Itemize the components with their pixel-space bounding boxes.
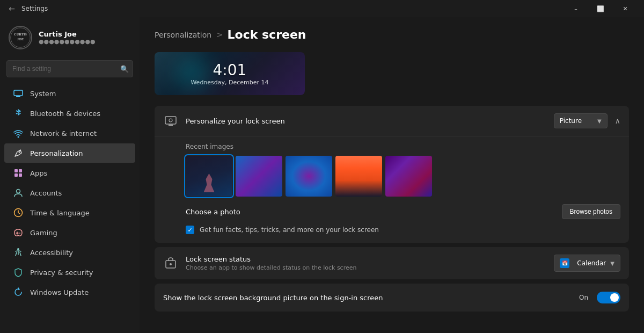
sidebar-item-apps[interactable]: Apps (4, 163, 135, 183)
svg-point-6 (18, 136, 19, 138)
breadcrumb-separator: > (216, 30, 223, 40)
svg-rect-18 (165, 117, 176, 124)
system-icon (13, 88, 24, 99)
fun-facts-row: ✓ Get fun facts, tips, tricks, and more … (186, 226, 620, 234)
lock-status-control: 📅 Calendar ▼ (554, 255, 620, 272)
breadcrumb-parent[interactable]: Personalization (155, 31, 211, 39)
time-icon (13, 207, 24, 218)
sidebar-label-update: Windows Update (30, 288, 89, 296)
user-email: ●●●●●●●●●●● (39, 38, 96, 45)
toggle-on-label: On (579, 294, 588, 301)
sidebar-label-bluetooth: Bluetooth & devices (30, 110, 100, 118)
breadcrumb-current: Lock screen (228, 28, 306, 41)
lockscreen-time: 4:01 (213, 61, 247, 79)
avatar: CURTIS JOE (9, 26, 32, 49)
close-button[interactable]: ✕ (613, 0, 638, 17)
sidebar-label-accounts: Accounts (30, 189, 62, 197)
show-background-control: On (579, 292, 620, 303)
svg-rect-9 (19, 169, 22, 172)
maximize-button[interactable]: ⬜ (588, 0, 613, 17)
svg-rect-5 (16, 96, 20, 97)
sidebar-item-gaming[interactable]: Gaming (4, 223, 135, 242)
thumbnail-4[interactable] (335, 156, 382, 197)
breadcrumb: Personalization > Lock screen (155, 28, 629, 41)
personalize-dropdown-value: Picture (560, 117, 582, 125)
show-background-card: Show the lock screen background picture … (155, 284, 629, 312)
personalize-card: Personalize your lock screen Picture ▼ ∧… (155, 106, 629, 243)
personalize-card-body: Recent images Choose a photo Browse phot… (155, 136, 629, 243)
svg-text:JOE: JOE (17, 37, 24, 41)
show-background-toggle[interactable] (597, 292, 620, 303)
svg-point-17 (17, 248, 19, 250)
lock-status-dropdown-value: Calendar (577, 259, 606, 267)
personalize-card-icon (163, 113, 178, 128)
back-icon: ← (9, 4, 15, 13)
user-section[interactable]: CURTIS JOE Curtis Joe ●●●●●●●●●●● (0, 21, 140, 58)
lock-status-dropdown[interactable]: 📅 Calendar ▼ (554, 255, 620, 272)
search-input[interactable] (6, 60, 133, 77)
accessibility-icon (13, 247, 24, 258)
sidebar-item-system[interactable]: System (4, 84, 135, 103)
personalization-icon (13, 148, 24, 158)
sidebar-label-apps: Apps (30, 169, 47, 177)
bluetooth-icon (13, 108, 24, 119)
lock-status-title: Lock screen status (186, 255, 554, 263)
fun-facts-label: Get fun facts, tips, tricks, and more on… (200, 226, 379, 234)
personalize-card-title-area: Personalize your lock screen (186, 117, 554, 125)
lock-status-title-area: Lock screen status Choose an app to show… (186, 255, 554, 271)
fun-facts-checkbox[interactable]: ✓ (186, 226, 194, 234)
choose-photo-row: Choose a photo Browse photos (186, 204, 620, 219)
lockscreen-preview: 4:01 Wednesday, December 14 (155, 52, 305, 95)
thumbnail-3[interactable] (286, 156, 332, 197)
sidebar-item-update[interactable]: Windows Update (4, 283, 135, 302)
sidebar-item-network[interactable]: Network & internet (4, 124, 135, 143)
titlebar-title: Settings (21, 5, 48, 12)
lock-status-card: Lock screen status Choose an app to show… (155, 247, 629, 279)
sidebar-item-personalization[interactable]: Personalization (4, 143, 135, 163)
gaming-icon (13, 227, 24, 238)
privacy-icon (13, 267, 24, 278)
sidebar-label-gaming: Gaming (30, 229, 57, 237)
network-icon (13, 128, 24, 139)
svg-point-22 (170, 263, 172, 265)
sidebar-item-privacy[interactable]: Privacy & security (4, 263, 135, 282)
titlebar-controls: – ⬜ ✕ (564, 0, 638, 17)
apps-icon (13, 168, 24, 178)
sidebar-item-bluetooth[interactable]: Bluetooth & devices (4, 104, 135, 123)
main-layout: CURTIS JOE Curtis Joe ●●●●●●●●●●● 🔍 Syst… (0, 17, 644, 333)
thumbnail-2[interactable] (236, 156, 282, 197)
svg-rect-19 (169, 125, 173, 126)
browse-photos-button[interactable]: Browse photos (562, 204, 620, 219)
minimize-button[interactable]: – (564, 0, 588, 17)
sidebar-label-system: System (30, 90, 56, 98)
sidebar-item-accessibility[interactable]: Accessibility (4, 243, 135, 262)
personalize-dropdown-chevron: ▼ (597, 118, 602, 124)
thumbnail-5[interactable] (385, 156, 432, 197)
update-icon (13, 287, 24, 298)
back-button[interactable]: ← (6, 3, 17, 14)
titlebar-left: ← Settings (6, 3, 564, 14)
personalize-card-collapse[interactable]: ∧ (615, 117, 620, 125)
thumbnail-1[interactable] (186, 156, 232, 197)
svg-point-12 (17, 190, 20, 193)
user-name: Curtis Joe (39, 30, 96, 38)
search-icon: 🔍 (120, 65, 129, 73)
sidebar-label-privacy: Privacy & security (30, 269, 93, 277)
accounts-icon (13, 187, 24, 198)
personalize-card-control: Picture ▼ ∧ (554, 113, 620, 128)
personalize-card-header[interactable]: Personalize your lock screen Picture ▼ ∧ (155, 106, 629, 136)
personalize-dropdown[interactable]: Picture ▼ (554, 113, 608, 128)
sidebar-label-personalization: Personalization (30, 149, 83, 157)
svg-text:CURTIS: CURTIS (14, 32, 27, 36)
lock-status-card-header[interactable]: Lock screen status Choose an app to show… (155, 247, 629, 279)
show-background-label: Show the lock screen background picture … (163, 294, 579, 302)
lock-status-card-icon (163, 256, 178, 271)
search-box: 🔍 (6, 60, 133, 77)
calendar-icon: 📅 (560, 258, 569, 268)
recent-images-label: Recent images (186, 143, 620, 150)
sidebar-item-accounts[interactable]: Accounts (4, 183, 135, 202)
svg-point-20 (169, 119, 172, 122)
personalize-card-title: Personalize your lock screen (186, 117, 554, 125)
sidebar-label-time: Time & language (30, 209, 90, 217)
sidebar-item-time[interactable]: Time & language (4, 203, 135, 222)
